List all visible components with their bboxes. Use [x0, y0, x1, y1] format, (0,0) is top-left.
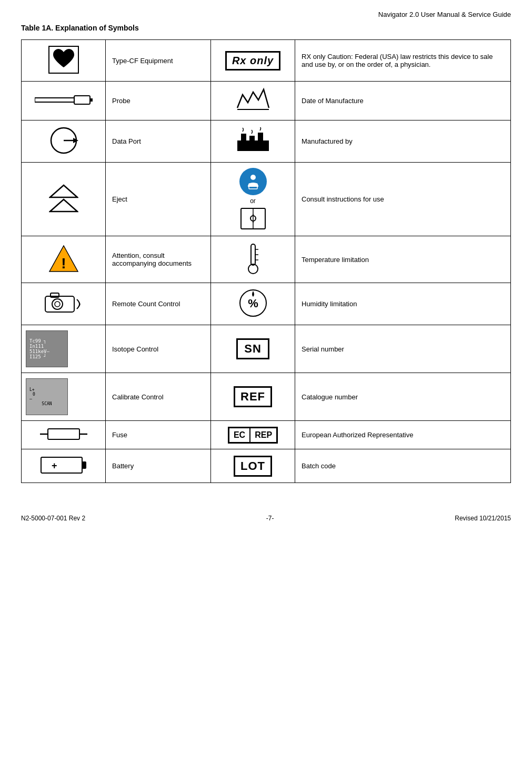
book-icon: [239, 207, 267, 230]
svg-text:%: %: [248, 297, 258, 310]
battery-icon: +: [40, 455, 87, 476]
manufactured-by-desc: Manufactured by: [295, 120, 511, 163]
fuse-label: Fuse: [106, 421, 211, 449]
ref-desc: Catalogue number: [295, 373, 511, 421]
person-reading-icon: [245, 173, 262, 190]
isotope-icon: Tc99 ┐ In111 511keV— I125 ┘: [26, 330, 68, 367]
svg-rect-11: [258, 133, 263, 142]
svg-marker-13: [50, 199, 77, 212]
heart-icon: [48, 45, 79, 74]
temperature-cell: [211, 236, 295, 283]
fuse-icon-cell: [22, 421, 106, 449]
temperature-desc: Temperature limitation: [295, 236, 511, 283]
footer-right: Revised 10/21/2015: [455, 515, 511, 522]
svg-marker-12: [50, 185, 77, 197]
type-cf-label: Type-CF Equipment: [106, 40, 211, 82]
ec-rep-desc: European Authorized Representative: [295, 421, 511, 449]
temperature-icon: [243, 242, 264, 276]
footer-center: -7-: [266, 515, 274, 522]
table-row: Remote Count Control % Humidity limitati…: [22, 283, 511, 325]
page-header: Navigator 2.0 User Manual & Service Guid…: [21, 11, 511, 18]
lot-desc: Batch code: [295, 449, 511, 483]
data-port-label: Data Port: [106, 120, 211, 163]
ec-rep-icon: EC REP: [228, 427, 278, 444]
table-row: ! Attention, consult accompanying docume…: [22, 236, 511, 283]
table-row: Tc99 ┐ In111 511keV— I125 ┘ Isotope Cont…: [22, 325, 511, 373]
probe-icon: [35, 94, 93, 106]
ref-icon: REF: [234, 386, 272, 407]
svg-rect-38: [82, 461, 86, 469]
svg-point-30: [55, 301, 60, 307]
manufacture-date-icon: [235, 87, 272, 113]
table-row: + Battery LOT Batch code: [22, 449, 511, 483]
manufacture-date-desc: Date of Manufacture: [295, 82, 511, 120]
manufactured-by-cell: [211, 120, 295, 163]
rx-only-desc: RX only Caution: Federal (USA) law restr…: [295, 40, 511, 82]
svg-rect-35: [48, 429, 79, 439]
type-cf-icon-cell: [22, 40, 106, 82]
lot-cell: LOT: [211, 449, 295, 483]
svg-text:!: !: [61, 255, 66, 272]
calibrate-label: Calibrate Control: [106, 373, 211, 421]
manufactured-by-icon: [235, 127, 272, 154]
lot-icon: LOT: [234, 456, 272, 477]
table-row: L+ 0 — SCAN Calibrate Control REF Catalo…: [22, 373, 511, 421]
svg-rect-1: [35, 98, 74, 102]
attention-icon-cell: !: [22, 236, 106, 283]
footer-left: N2-5000-07-001 Rev 2: [21, 515, 85, 522]
sn-desc: Serial number: [295, 325, 511, 373]
table-row: Probe Date of Manufacture: [22, 82, 511, 120]
svg-rect-37: [41, 457, 82, 473]
table-row: Data Port Manufactured by: [22, 120, 511, 163]
rx-only-icon: Rx only: [225, 51, 280, 71]
calibrate-icon: L+ 0 — SCAN: [26, 378, 68, 415]
attention-icon: !: [48, 244, 79, 273]
fuse-icon: [40, 426, 87, 442]
humidity-icon: %: [238, 288, 268, 318]
or-text: or: [250, 197, 256, 205]
consult-icons: or: [215, 168, 290, 230]
ref-cell: REF: [211, 373, 295, 421]
battery-icon-cell: +: [22, 449, 106, 483]
svg-rect-3: [90, 98, 93, 102]
svg-rect-9: [241, 134, 246, 142]
svg-rect-23: [251, 244, 255, 265]
remote-icon-cell: [22, 283, 106, 325]
data-port-icon-cell: [22, 120, 106, 163]
consult-circle-icon: [239, 168, 267, 195]
remote-count-icon: [43, 290, 85, 316]
svg-point-29: [52, 299, 63, 309]
remote-label: Remote Count Control: [106, 283, 211, 325]
table-row: Fuse EC REP European Authorized Represen…: [22, 421, 511, 449]
eject-label: Eject: [106, 163, 211, 236]
manufacture-date-cell: [211, 82, 295, 120]
probe-label: Probe: [106, 82, 211, 120]
page-footer: N2-5000-07-001 Rev 2 -7- Revised 10/21/2…: [21, 515, 511, 522]
table-row: Eject or: [22, 163, 511, 236]
consult-desc: Consult instructions for use: [295, 163, 511, 236]
consult-cell: or: [211, 163, 295, 236]
eject-icon: [49, 183, 78, 214]
table-title: Table 1A. Explanation of Symbols: [21, 24, 511, 32]
sn-cell: SN: [211, 325, 295, 373]
table-row: Type-CF Equipment Rx only RX only Cautio…: [22, 40, 511, 82]
data-port-icon: [49, 126, 78, 155]
svg-rect-10: [249, 136, 255, 142]
battery-label: Battery: [106, 449, 211, 483]
svg-point-14: [250, 175, 256, 180]
attention-label: Attention, consult accompanying document…: [106, 236, 211, 283]
humidity-desc: Humidity limitation: [295, 283, 511, 325]
eject-icon-cell: [22, 163, 106, 236]
svg-rect-8: [237, 140, 269, 151]
isotope-icon-cell: Tc99 ┐ In111 511keV— I125 ┘: [22, 325, 106, 373]
rx-only-cell: Rx only: [211, 40, 295, 82]
isotope-label: Isotope Control: [106, 325, 211, 373]
svg-rect-2: [74, 96, 90, 104]
ec-rep-cell: EC REP: [211, 421, 295, 449]
calibrate-icon-cell: L+ 0 — SCAN: [22, 373, 106, 421]
svg-text:+: +: [52, 460, 57, 471]
symbols-table: Type-CF Equipment Rx only RX only Cautio…: [21, 39, 511, 483]
probe-icon-cell: [22, 82, 106, 120]
humidity-cell: %: [211, 283, 295, 325]
sn-icon: SN: [236, 338, 269, 359]
